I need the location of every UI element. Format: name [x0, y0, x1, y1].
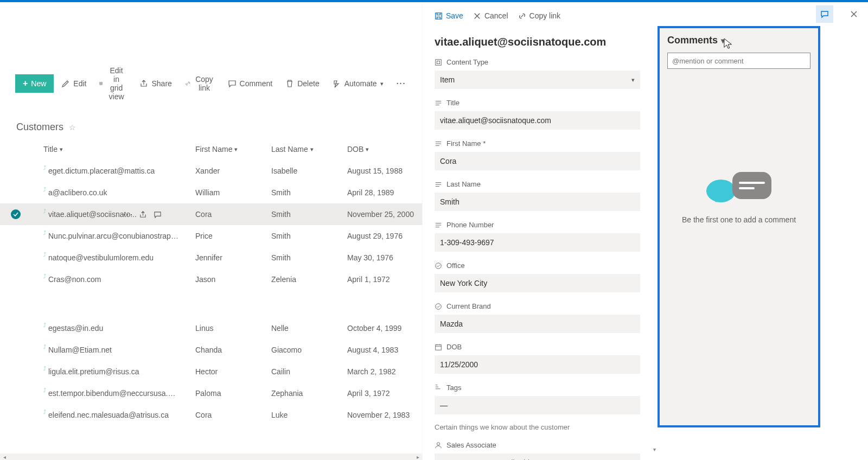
scroll-right-icon[interactable]: ▸	[413, 453, 422, 460]
row-dob: August 4, 1983	[347, 346, 434, 354]
field-dob[interactable]: 11/25/2000	[435, 355, 640, 374]
share-icon[interactable]	[139, 210, 147, 219]
field-label-last-name: Last Name	[435, 180, 640, 188]
svg-rect-0	[100, 82, 103, 85]
comment-button[interactable]: Comment	[222, 76, 278, 91]
svg-point-7	[437, 442, 439, 445]
new-button[interactable]: + New	[15, 74, 54, 93]
row-first-name: Chanda	[195, 346, 271, 354]
column-last-name[interactable]: Last Name▾	[271, 145, 347, 154]
unique-permissions-icon: ⤴	[43, 230, 46, 236]
field-tags[interactable]: —	[435, 396, 640, 414]
copy-link-button[interactable]: Copy link	[518, 11, 561, 20]
field-phone[interactable]: 1-309-493-9697	[435, 233, 640, 252]
chevron-down-icon: ▾	[721, 36, 725, 45]
automate-button[interactable]: Automate ▾	[327, 76, 389, 91]
unique-permissions-icon: ⤴	[43, 208, 46, 214]
svg-point-4	[436, 263, 442, 269]
close-panel-button[interactable]	[845, 5, 863, 23]
table-row[interactable]: ⤴a@aclibero.co.ukWilliamSmithApril 28, 1…	[0, 182, 422, 203]
tags-icon	[435, 384, 442, 392]
row-title: est.tempor.bibendum@neccursusa.com	[48, 389, 178, 398]
save-label: Save	[446, 11, 463, 20]
delete-button[interactable]: Delete	[280, 76, 324, 91]
svg-rect-6	[436, 344, 442, 350]
item-title: vitae.aliquet@sociisnatoque.com	[435, 36, 656, 48]
table-row[interactable]: ⤴ligula.elit.pretium@risus.caHectorCaili…	[0, 361, 422, 382]
chevron-down-icon: ▾	[631, 76, 635, 84]
unique-permissions-icon: ⤴	[43, 273, 46, 279]
row-dob: August 29, 1976	[347, 232, 434, 240]
table-row[interactable]: ⤴Nullam@Etiam.netChandaGiacomoAugust 4, …	[0, 339, 422, 361]
comment-input[interactable]: @mention or comment	[667, 53, 810, 69]
table-row[interactable]: ⤴eleifend.nec.malesuada@atrisus.caCoraLu…	[0, 404, 422, 426]
table-row[interactable]: ⤴vitae.aliquet@sociisnato...⋮CoraSmithNo…	[0, 203, 422, 225]
field-content-type[interactable]: Item ▾	[435, 71, 640, 89]
table-row[interactable]: ⤴natoque@vestibulumlorem.eduJenniferSmit…	[0, 247, 422, 269]
save-button[interactable]: Save	[435, 11, 463, 20]
link-icon	[185, 79, 191, 88]
unique-permissions-icon: ⤴	[43, 344, 46, 350]
column-headers: Title▾ First Name▾ Last Name▾ DOB▾	[0, 138, 422, 160]
table-row[interactable]: ⤴eget.dictum.placerat@mattis.caXanderIsa…	[0, 160, 422, 182]
field-last-name[interactable]: Smith	[435, 193, 640, 211]
field-label-title: Title	[435, 99, 640, 107]
comments-pane: Comments ▾ @mention or comment Be the fi…	[658, 26, 820, 427]
edit-grid-button[interactable]: Edit in grid view	[94, 63, 132, 104]
svg-point-5	[436, 303, 442, 309]
svg-rect-1	[436, 12, 442, 18]
comments-toggle-button[interactable]	[816, 5, 833, 23]
row-menu-button[interactable]: ⋮	[123, 209, 131, 219]
svg-rect-3	[437, 61, 439, 63]
field-title[interactable]: vitae.aliquet@sociisnatoque.com	[435, 111, 640, 130]
field-label-dob: DOB	[435, 343, 640, 351]
scroll-down-icon[interactable]: ▾	[653, 446, 656, 452]
row-title: Nunc.pulvinar.arcu@conubianostraper.edu	[48, 232, 178, 240]
comment-icon[interactable]	[154, 210, 162, 219]
horizontal-scrollbar[interactable]: ◂ ▸	[0, 453, 422, 460]
copy-link-label: Copy link	[194, 75, 214, 92]
table-row[interactable]: ⤴Nunc.pulvinar.arcu@conubianostraper.edu…	[0, 225, 422, 247]
favorite-star-icon[interactable]: ☆	[69, 123, 76, 132]
chevron-down-icon: ▾	[366, 146, 369, 153]
table-row[interactable]: ⤴egestas@in.eduLinusNelleOctober 4, 1999	[0, 317, 422, 339]
edit-button[interactable]: Edit	[56, 76, 92, 91]
table-row[interactable]: ⤴Cras@non.comJasonZeleniaApril 1, 1972	[0, 269, 422, 290]
row-last-name: Smith	[271, 188, 347, 197]
row-title: eget.dictum.placerat@mattis.ca	[48, 167, 155, 175]
row-first-name: Paloma	[195, 389, 271, 398]
speech-bubble-icon	[706, 180, 736, 202]
field-label-sales-associate: Sales Associate	[435, 441, 640, 449]
unique-permissions-icon: ⤴	[43, 165, 46, 171]
field-label-brand: Current Brand	[435, 302, 640, 310]
trash-icon	[285, 79, 294, 88]
row-first-name: Jennifer	[195, 253, 271, 262]
column-dob[interactable]: DOB▾	[347, 145, 434, 154]
plus-icon: +	[23, 79, 28, 88]
share-button[interactable]: Share	[134, 76, 177, 91]
save-icon	[435, 12, 443, 20]
column-first-name[interactable]: First Name▾	[195, 145, 271, 154]
field-office[interactable]: New York City	[435, 274, 640, 292]
scroll-left-icon[interactable]: ◂	[0, 453, 9, 460]
automate-label: Automate	[344, 79, 377, 88]
row-dob: November 25, 2000	[347, 210, 434, 219]
choice-icon	[435, 262, 442, 270]
cancel-button[interactable]: Cancel	[473, 11, 508, 20]
row-first-name: Cora	[195, 210, 271, 219]
row-first-name: Cora	[195, 411, 271, 419]
text-icon	[435, 221, 442, 229]
field-sales-associate[interactable]: Enter a name or email address	[435, 453, 640, 460]
chevron-down-icon: ▾	[60, 146, 63, 153]
new-button-label: New	[31, 79, 46, 88]
comments-header[interactable]: Comments ▾	[667, 35, 810, 46]
field-brand[interactable]: Mazda	[435, 315, 640, 333]
panel-toolbar: Save Cancel Copy link	[435, 2, 656, 26]
overflow-button[interactable]: ···	[391, 76, 412, 91]
copy-link-button[interactable]: Copy link	[180, 72, 220, 95]
comment-label: Comment	[240, 79, 273, 88]
field-note: Certain things we know about the custome…	[435, 423, 656, 431]
column-title[interactable]: Title▾	[43, 145, 195, 154]
table-row[interactable]: ⤴est.tempor.bibendum@neccursusa.comPalom…	[0, 382, 422, 404]
field-first-name[interactable]: Cora	[435, 152, 640, 170]
